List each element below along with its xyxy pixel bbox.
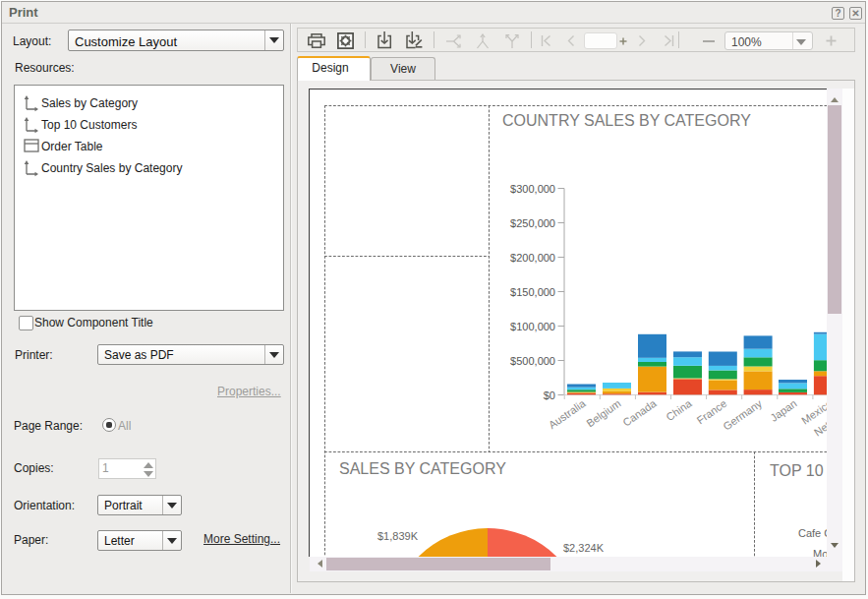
svg-text:$2,324K: $2,324K [563, 542, 605, 554]
svg-text:Cafe Com: Cafe Com [798, 527, 827, 539]
svg-text:Mont: Mont [813, 548, 827, 557]
svg-text:Canada: Canada [620, 396, 659, 428]
svg-text:Australia: Australia [547, 396, 589, 431]
svg-text:$0: $0 [544, 389, 555, 401]
svg-text:$250,000: $250,000 [510, 217, 555, 229]
svg-text:$1,839K: $1,839K [377, 530, 419, 542]
svg-text:China: China [664, 396, 694, 423]
svg-text:Germany: Germany [721, 397, 764, 433]
svg-text:$150,000: $150,000 [510, 286, 555, 298]
svg-text:$300,000: $300,000 [510, 183, 555, 195]
svg-text:Belgium: Belgium [584, 397, 622, 430]
svg-text:$100,000: $100,000 [510, 321, 555, 332]
svg-text:$200,000: $200,000 [510, 252, 555, 264]
svg-text:$500,000: $500,000 [510, 355, 555, 367]
svg-text:Japan: Japan [768, 397, 798, 424]
